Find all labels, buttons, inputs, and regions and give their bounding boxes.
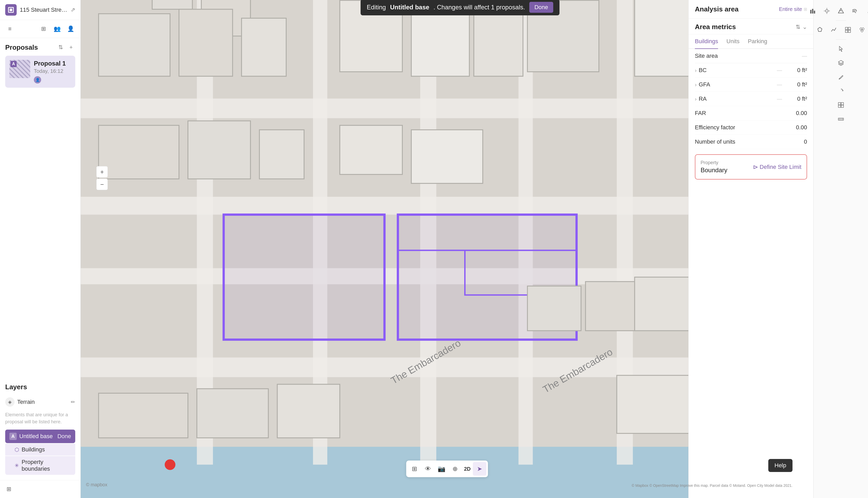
changes-text: . Changes will affect 1 proposals.: [433, 4, 525, 11]
wind-tool-icon[interactable]: [848, 4, 862, 18]
terrain-layer-label: Terrain: [17, 398, 68, 405]
base-layer-left: A Untitled base: [9, 433, 53, 440]
bc-dash: —: [777, 67, 782, 74]
svg-rect-74: [845, 27, 848, 30]
efficiency-row: Efficiency factor 0.00: [695, 120, 807, 135]
zoom-in-button[interactable]: +: [96, 166, 108, 178]
proposals-controls: ⇅ +: [56, 43, 75, 52]
tab-units[interactable]: Units: [726, 34, 739, 49]
zoom-out-button[interactable]: −: [96, 179, 108, 190]
temp-tool-icon[interactable]: [862, 4, 868, 18]
property-boundaries-sublayer[interactable]: ✳ Property boundaries: [5, 456, 75, 475]
pen-tool-icon[interactable]: [834, 70, 848, 84]
ra-label: RA: [699, 95, 777, 102]
svg-rect-57: [617, 376, 697, 433]
svg-rect-84: [838, 105, 841, 107]
property-boundaries-icon: ✳: [15, 462, 19, 469]
grid-view-icon[interactable]: ⊞: [3, 483, 15, 495]
map-camera-button[interactable]: 📷: [435, 462, 448, 476]
left-sidebar: 115 Steuart Street, San Francisco, ... ⇗…: [0, 0, 81, 498]
svg-rect-75: [848, 27, 851, 30]
banner-done-button[interactable]: Done: [529, 2, 554, 13]
metrics-tabs: Buildings Units Parking: [689, 34, 813, 49]
proposals-header: Proposals ⇅ +: [5, 43, 75, 52]
bottom-nav: ⊞: [0, 480, 80, 498]
units-value: 0: [786, 139, 807, 145]
sidebar-header: 115 Steuart Street, San Francisco, ... ⇗: [0, 0, 80, 20]
bc-expand[interactable]: ›: [695, 67, 697, 74]
people-icon[interactable]: 👥: [51, 23, 63, 35]
app-logo[interactable]: [5, 4, 17, 16]
efficiency-label: Efficiency factor: [695, 124, 786, 131]
solar-tool-icon[interactable]: [841, 23, 855, 37]
base-layer-name: Untitled base: [19, 433, 53, 440]
area-metrics-header: Area metrics ⇅ ⌄: [689, 19, 813, 34]
compass-button[interactable]: ➤: [473, 462, 486, 476]
property-boundaries-label: Property boundaries: [22, 459, 71, 472]
bc-row: › BC — 0 ft²: [695, 63, 807, 78]
network-tool-icon[interactable]: [813, 23, 827, 37]
proposal-letter: A: [10, 61, 17, 67]
rotate-tool-icon[interactable]: [834, 84, 848, 98]
bc-label: BC: [699, 67, 777, 74]
graph-tool-icon[interactable]: [827, 23, 841, 37]
analysis-site-control[interactable]: Entire site ⊞: [779, 6, 807, 12]
base-layer-letter: A: [9, 433, 17, 440]
map-eye-button[interactable]: 👁: [421, 462, 435, 476]
zoom-controls: + −: [96, 166, 808, 332]
property-boundary-sub: Property: [701, 160, 727, 166]
svg-rect-86: [838, 103, 841, 105]
explode-tool-icon[interactable]: [834, 99, 848, 112]
gfa-expand[interactable]: ›: [695, 82, 697, 88]
layer-hint: Elements that are unique for a proposal …: [5, 409, 75, 430]
tab-buildings[interactable]: Buildings: [695, 34, 718, 49]
svg-rect-36: [242, 18, 286, 76]
layers-title: Layers: [5, 383, 75, 391]
proposal-info: Proposal 1 Today, 16:12 👤: [34, 60, 71, 83]
efficiency-value: 0.00: [786, 124, 807, 131]
svg-rect-56: [277, 384, 340, 438]
chart-tool-icon[interactable]: [806, 4, 819, 18]
bc-value: 0 ft²: [786, 67, 807, 74]
proposal-name: Proposal 1: [34, 60, 71, 67]
layers-nav-icon[interactable]: ⊞: [38, 23, 49, 35]
gfa-row: › GFA — 0 ft²: [695, 78, 807, 92]
pointer-tool-icon[interactable]: [834, 42, 848, 56]
svg-rect-35: [179, 9, 233, 76]
units-label: Number of units: [695, 139, 786, 145]
menu-icon[interactable]: ≡: [4, 23, 16, 35]
base-layer-done[interactable]: Done: [57, 433, 71, 440]
svg-rect-76: [845, 30, 848, 32]
map-grid-button[interactable]: ⊞: [408, 462, 421, 476]
svg-rect-64: [814, 11, 815, 14]
terrain-layer-icon: ◈: [5, 397, 15, 407]
tab-parking[interactable]: Parking: [748, 34, 767, 49]
buildings-label: Buildings: [22, 446, 45, 453]
mountain-tool-icon[interactable]: [834, 4, 848, 18]
filter-button[interactable]: ⇅: [56, 43, 65, 52]
proposals-section: Proposals ⇅ + A Proposal 1 Today, 16:12 …: [0, 38, 80, 383]
proposal-card[interactable]: A Proposal 1 Today, 16:12 👤: [5, 56, 75, 88]
ra-value: 0 ft²: [786, 95, 807, 102]
expand-metrics-icon[interactable]: ⌄: [802, 24, 807, 30]
share-icon[interactable]: ⇗: [70, 6, 75, 13]
add-proposal-button[interactable]: +: [67, 43, 75, 52]
address-bar: 115 Steuart Street, San Francisco, ...: [20, 6, 67, 13]
group-tool-icon[interactable]: [855, 23, 868, 37]
ra-expand[interactable]: ›: [695, 96, 697, 102]
area-metrics-title: Area metrics: [695, 23, 736, 31]
help-button[interactable]: Help: [768, 459, 792, 472]
editing-notification: Editing Untitled base . Changes will aff…: [361, 0, 559, 15]
editing-text: Editing: [367, 4, 386, 11]
terrain-edit-icon[interactable]: ✏: [71, 399, 75, 405]
sun-tool-icon[interactable]: [820, 4, 834, 18]
filter-metrics-icon[interactable]: ⇅: [795, 24, 800, 30]
person-icon[interactable]: 👤: [65, 23, 76, 35]
layers-3d-icon[interactable]: [834, 56, 848, 70]
map-attribution: © Mapbox © OpenStreetMap Improve this ma…: [632, 483, 792, 488]
svg-rect-77: [848, 30, 851, 32]
measure-tool-icon[interactable]: [834, 113, 848, 126]
map-location-button[interactable]: ⊕: [448, 462, 462, 476]
layers-section: Layers ◈ Terrain ✏ Elements that are uni…: [0, 383, 80, 480]
buildings-sublayer[interactable]: ⬡ Buildings: [5, 444, 75, 456]
